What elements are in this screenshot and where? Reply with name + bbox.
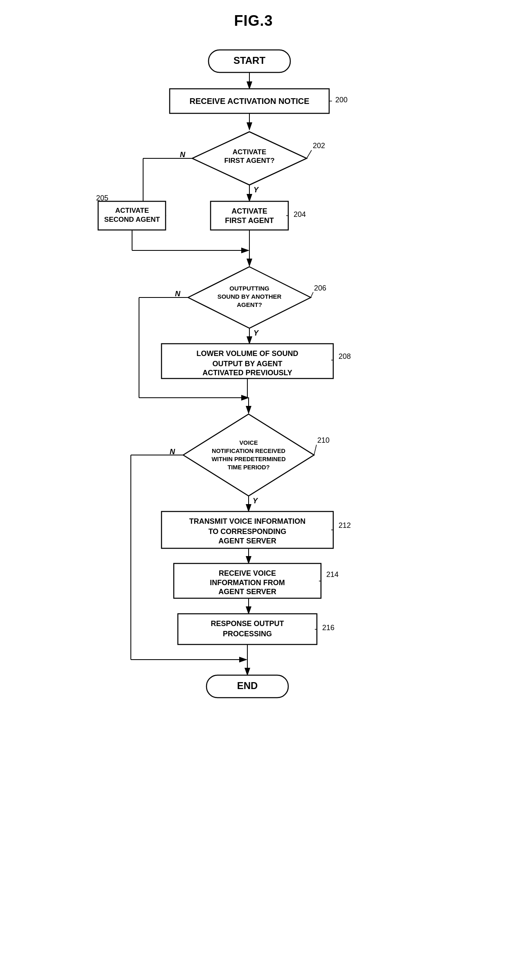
svg-rect-18 — [211, 201, 288, 230]
svg-text:AGENT SERVER: AGENT SERVER — [218, 537, 276, 545]
svg-text:ACTIVATED PREVIOUSLY: ACTIVATED PREVIOUSLY — [202, 369, 292, 377]
svg-text:ACTIVATE: ACTIVATE — [115, 207, 149, 214]
svg-text:VOICE: VOICE — [239, 439, 258, 446]
svg-line-14 — [307, 150, 312, 158]
flowchart-svg: START RECEIVE ACTIVATION NOTICE 200 ACTI… — [90, 42, 417, 980]
svg-text:LOWER VOLUME OF SOUND: LOWER VOLUME OF SOUND — [197, 349, 298, 358]
svg-text:ACTIVATE: ACTIVATE — [231, 207, 267, 215]
svg-text:INFORMATION FROM: INFORMATION FROM — [210, 579, 285, 587]
svg-rect-78 — [178, 614, 317, 644]
svg-text:OUTPUT BY AGENT: OUTPUT BY AGENT — [212, 360, 282, 368]
svg-text:N: N — [180, 151, 186, 159]
svg-text:AGENT?: AGENT? — [237, 301, 262, 308]
svg-text:FIRST AGENT: FIRST AGENT — [225, 216, 274, 225]
svg-text:SECOND AGENT: SECOND AGENT — [104, 216, 160, 223]
svg-text:204: 204 — [294, 210, 306, 219]
svg-text:Y: Y — [253, 497, 258, 505]
svg-text:START: START — [233, 55, 266, 66]
svg-text:Y: Y — [254, 186, 259, 194]
svg-text:205: 205 — [96, 194, 108, 202]
svg-text:210: 210 — [317, 436, 330, 444]
svg-line-39 — [311, 292, 313, 297]
svg-text:RECEIVE ACTIVATION NOTICE: RECEIVE ACTIVATION NOTICE — [190, 97, 310, 106]
svg-text:END: END — [237, 680, 258, 691]
svg-text:RECEIVE VOICE: RECEIVE VOICE — [219, 569, 276, 577]
svg-text:200: 200 — [335, 96, 348, 104]
svg-text:OUTPUTTING: OUTPUTTING — [229, 285, 269, 292]
figure-title: FIG.3 — [234, 12, 273, 29]
svg-text:202: 202 — [313, 142, 325, 150]
svg-marker-54 — [183, 414, 314, 496]
svg-text:206: 206 — [314, 284, 326, 292]
svg-text:SOUND BY ANOTHER: SOUND BY ANOTHER — [218, 293, 282, 300]
svg-text:TRANSMIT VOICE INFORMATION: TRANSMIT VOICE INFORMATION — [189, 517, 306, 525]
svg-text:N: N — [175, 290, 181, 298]
svg-text:FIRST AGENT?: FIRST AGENT? — [224, 157, 274, 164]
svg-text:216: 216 — [322, 624, 334, 632]
svg-text:AGENT SERVER: AGENT SERVER — [218, 588, 276, 596]
svg-text:NOTIFICATION RECEIVED: NOTIFICATION RECEIVED — [212, 448, 285, 454]
svg-text:214: 214 — [326, 570, 339, 579]
svg-text:TO CORRESPONDING: TO CORRESPONDING — [209, 527, 287, 536]
svg-text:208: 208 — [339, 352, 351, 360]
svg-text:212: 212 — [339, 521, 351, 529]
svg-text:RESPONSE OUTPUT: RESPONSE OUTPUT — [211, 620, 284, 628]
svg-text:PROCESSING: PROCESSING — [223, 630, 272, 638]
svg-text:WITHIN PREDETERMINED: WITHIN PREDETERMINED — [211, 456, 285, 462]
svg-text:Y: Y — [254, 329, 259, 337]
svg-text:ACTIVATE: ACTIVATE — [233, 148, 266, 156]
svg-text:TIME PERIOD?: TIME PERIOD? — [227, 464, 269, 471]
svg-line-60 — [314, 445, 316, 455]
